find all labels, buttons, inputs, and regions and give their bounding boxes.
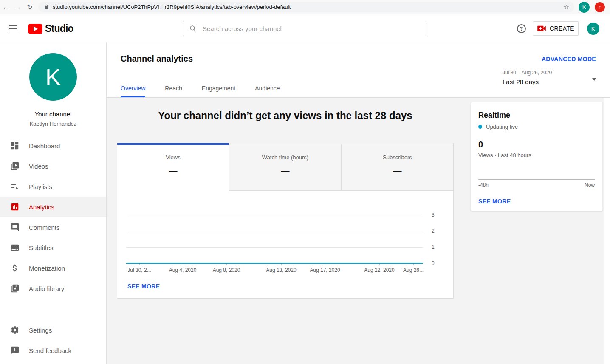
- browser-toolbar: ← → ↻ studio.youtube.com/channel/UCoP2Th…: [0, 0, 610, 14]
- x-axis-label: Aug 8, 2020: [213, 267, 240, 273]
- subtitles-icon: [10, 243, 20, 252]
- gridline-1: [126, 247, 423, 248]
- feedback-icon: [10, 346, 20, 355]
- realtime-see-more-link[interactable]: SEE MORE: [478, 198, 595, 205]
- channel-name: Kaetlyn Hernandez: [0, 121, 106, 127]
- sidebar-item-comments[interactable]: Comments: [0, 217, 106, 237]
- analytics-tabs: Overview Reach Engagement Audience: [121, 85, 299, 97]
- tab-audience[interactable]: Audience: [255, 85, 280, 97]
- page-title: Channel analytics: [121, 54, 193, 64]
- x-axis-label: Aug 26...: [403, 267, 424, 273]
- audio-library-icon: [10, 284, 20, 293]
- sidebar-nav: Dashboard Videos Playlists Analytics Com…: [0, 135, 106, 299]
- search-icon: [189, 25, 197, 32]
- analytics-content: Your channel didn’t get any views in the…: [107, 98, 610, 364]
- create-button[interactable]: CREATE: [533, 21, 579, 36]
- channel-avatar[interactable]: K: [29, 53, 77, 101]
- y-axis-tick: 2: [432, 228, 435, 234]
- x-axis-tick-mark: [139, 264, 140, 265]
- sidebar-item-monetization[interactable]: Monetization: [0, 258, 106, 278]
- chevron-down-icon: [592, 78, 596, 81]
- sidebar-item-dashboard[interactable]: Dashboard: [0, 135, 106, 156]
- youtube-play-icon: [28, 24, 42, 34]
- sidebar-item-audio-library[interactable]: Audio library: [0, 278, 106, 299]
- playlists-icon: [10, 182, 20, 191]
- url-text: studio.youtube.com/channel/UCoP2ThPpVH_r…: [53, 4, 564, 10]
- realtime-sparkline-axis: [478, 179, 595, 180]
- tab-overview[interactable]: Overview: [121, 85, 145, 97]
- x-axis-label: Aug 22, 2020: [364, 267, 394, 273]
- main-panel: Channel analytics ADVANCED MODE Overview…: [107, 42, 610, 364]
- channel-title: Your channel: [0, 110, 106, 118]
- monetization-icon: [10, 263, 20, 273]
- tab-reach[interactable]: Reach: [165, 85, 182, 97]
- date-range-picker[interactable]: Jul 30 – Aug 26, 2020 Last 28 days: [503, 70, 596, 85]
- tab-engagement[interactable]: Engagement: [202, 85, 235, 97]
- x-axis-tick-mark: [325, 264, 325, 265]
- analytics-icon: [10, 202, 20, 212]
- realtime-axis-labels: -48h Now: [478, 182, 595, 188]
- brand-text: Studio: [45, 23, 73, 34]
- sidebar-footer: Settings Send feedback: [0, 320, 106, 361]
- x-axis-label: Aug 4, 2020: [169, 267, 197, 273]
- x-axis-label: Aug 13, 2020: [266, 267, 296, 273]
- realtime-view-count: 0: [478, 140, 595, 150]
- sidebar-item-playlists[interactable]: Playlists: [0, 176, 106, 197]
- scrollbar-gutter[interactable]: [604, 98, 610, 364]
- x-axis-tick-mark: [413, 264, 414, 265]
- realtime-title: Realtime: [478, 111, 595, 120]
- dashboard-icon: [10, 141, 20, 150]
- x-axis-tick-mark: [183, 264, 183, 265]
- lock-icon: [44, 4, 49, 10]
- address-bar[interactable]: studio.youtube.com/channel/UCoP2ThPpVH_r…: [38, 2, 574, 12]
- menu-icon[interactable]: [9, 25, 17, 31]
- sidebar-item-videos[interactable]: Videos: [0, 156, 106, 176]
- account-avatar[interactable]: K: [587, 23, 599, 35]
- y-axis-tick: 1: [432, 244, 435, 251]
- analytics-header: Channel analytics ADVANCED MODE Overview…: [107, 42, 610, 98]
- no-views-headline: Your channel didn’t get any views in the…: [117, 110, 454, 121]
- realtime-caption: Views · Last 48 hours: [478, 152, 595, 158]
- axis-label-start: -48h: [478, 182, 489, 188]
- x-axis-tick-mark: [226, 264, 227, 265]
- bookmark-star-icon[interactable]: ☆: [564, 3, 569, 11]
- sidebar-item-send-feedback[interactable]: Send feedback: [0, 340, 106, 361]
- date-range-text: Jul 30 – Aug 26, 2020: [503, 70, 596, 76]
- search-input[interactable]: [203, 25, 420, 32]
- metric-tab-views[interactable]: Views —: [117, 143, 229, 191]
- overview-chart-card: Views — Watch time (hours) — Subscribers…: [117, 143, 454, 299]
- sidebar-item-settings[interactable]: Settings: [0, 320, 106, 340]
- views-zero-line: [126, 263, 423, 264]
- gridline-3: [126, 215, 423, 215]
- chart-see-more-link[interactable]: SEE MORE: [127, 283, 160, 290]
- sidebar-item-analytics[interactable]: Analytics: [0, 197, 106, 217]
- axis-label-end: Now: [585, 182, 595, 188]
- studio-header: Studio ? CREATE K: [0, 14, 610, 42]
- advanced-mode-link[interactable]: ADVANCED MODE: [542, 56, 596, 62]
- browser-profile-avatar[interactable]: K: [579, 2, 590, 13]
- gridline-2: [126, 231, 423, 231]
- x-axis-label: Aug 17, 2020: [310, 267, 340, 273]
- views-line-chart: 3 2 1 0 Jul 30, 2... Aug 4, 2020 Aug 8, …: [117, 191, 453, 280]
- realtime-card: Realtime Updating live 0 Views · Last 48…: [470, 102, 603, 211]
- metric-tab-subscribers[interactable]: Subscribers —: [341, 143, 453, 191]
- channel-search[interactable]: [183, 21, 426, 36]
- x-axis-tick-mark: [281, 264, 282, 265]
- extension-icon[interactable]: ↑: [595, 2, 605, 12]
- metric-tabs: Views — Watch time (hours) — Subscribers…: [117, 143, 453, 191]
- y-axis-tick: 0: [432, 260, 435, 267]
- browser-forward-icon[interactable]: →: [12, 3, 24, 11]
- help-icon[interactable]: ?: [517, 24, 526, 33]
- youtube-studio-logo[interactable]: Studio: [28, 23, 73, 34]
- create-label: CREATE: [550, 25, 574, 32]
- y-axis-tick: 3: [432, 212, 435, 218]
- comments-icon: [10, 223, 20, 232]
- gear-icon: [10, 325, 20, 335]
- metric-tab-watch-time[interactable]: Watch time (hours) —: [229, 143, 341, 191]
- sidebar-item-subtitles[interactable]: Subtitles: [0, 237, 106, 258]
- browser-reload-icon[interactable]: ↻: [24, 3, 36, 11]
- x-axis-tick-mark: [379, 264, 380, 265]
- realtime-status: Updating live: [478, 124, 595, 130]
- x-axis-label: Jul 30, 2...: [127, 267, 151, 273]
- browser-back-icon[interactable]: ←: [0, 3, 12, 11]
